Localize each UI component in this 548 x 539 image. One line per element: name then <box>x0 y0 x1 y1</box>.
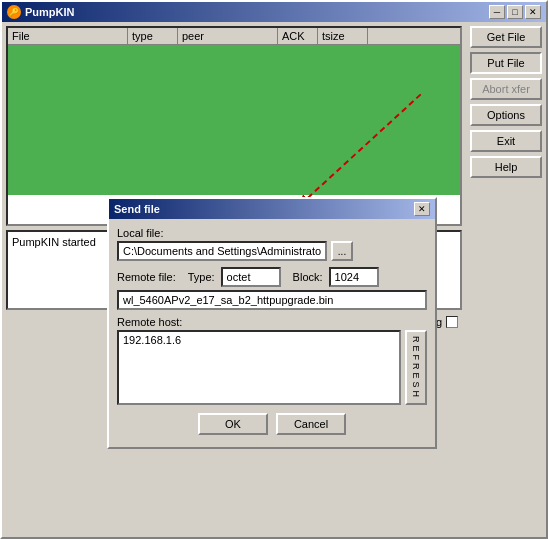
remote-file-label: Remote file: <box>117 271 176 283</box>
col-peer-header: peer <box>178 28 278 44</box>
options-button[interactable]: Options <box>470 104 542 126</box>
cancel-button[interactable]: Cancel <box>276 413 346 435</box>
remote-file-group: Remote file: Type: octet ascii netascii … <box>117 267 427 310</box>
minimize-button[interactable]: ─ <box>489 5 505 19</box>
local-file-row: ... <box>117 241 427 261</box>
title-bar: 🔑 PumpKIN ─ □ ✕ <box>2 2 546 22</box>
file-table-body <box>8 45 460 195</box>
local-file-input[interactable] <box>117 241 327 261</box>
type-select-wrapper: octet ascii netascii <box>221 267 281 287</box>
file-table: File type peer ACK tsize <box>6 26 462 226</box>
title-bar-left: 🔑 PumpKIN <box>7 5 75 19</box>
abort-xfer-button[interactable]: Abort xfer <box>470 78 542 100</box>
send-file-dialog: Send file ✕ Local file: ... Remote file:… <box>107 197 437 449</box>
remote-host-input[interactable]: 192.168.1.6 <box>117 330 401 405</box>
dialog-buttons: OK Cancel <box>117 413 427 439</box>
right-panel: Get File Put File Abort xfer Options Exi… <box>466 22 546 537</box>
host-input-area: 192.168.1.6 <box>117 330 401 405</box>
dialog-title-bar: Send file ✕ <box>109 199 435 219</box>
dialog-close-button[interactable]: ✕ <box>414 202 430 216</box>
col-file-header: File <box>8 28 128 44</box>
block-select[interactable]: 512 1024 2048 4096 <box>329 267 379 287</box>
remote-file-label-row: Remote file: Type: octet ascii netascii … <box>117 267 427 287</box>
col-type-header: type <box>128 28 178 44</box>
block-select-wrapper: 512 1024 2048 4096 <box>329 267 379 287</box>
status-message: PumpKIN started <box>12 236 96 248</box>
browse-button[interactable]: ... <box>331 241 353 261</box>
help-button[interactable]: Help <box>470 156 542 178</box>
put-file-button[interactable]: Put File <box>470 52 542 74</box>
app-title: PumpKIN <box>25 6 75 18</box>
get-file-button[interactable]: Get File <box>470 26 542 48</box>
ok-button[interactable]: OK <box>198 413 268 435</box>
file-table-header: File type peer ACK tsize <box>8 28 460 45</box>
type-label: Type: <box>188 271 215 283</box>
dialog-content: Local file: ... Remote file: Type: octet… <box>109 219 435 447</box>
refresh-button[interactable]: REFRESH <box>405 330 427 405</box>
svg-line-0 <box>303 94 421 202</box>
type-select[interactable]: octet ascii netascii <box>221 267 281 287</box>
block-label: Block: <box>293 271 323 283</box>
local-file-label: Local file: <box>117 227 427 239</box>
maximize-button[interactable]: □ <box>507 5 523 19</box>
remote-host-label: Remote host: <box>117 316 427 328</box>
exit-button[interactable]: Exit <box>470 130 542 152</box>
refresh-label: REFRESH <box>411 336 421 400</box>
app-icon: 🔑 <box>7 5 21 19</box>
server-running-checkbox[interactable] <box>446 316 458 328</box>
dialog-title-text: Send file <box>114 203 160 215</box>
main-window: 🔑 PumpKIN ─ □ ✕ File type peer ACK tsize <box>0 0 548 539</box>
col-ack-header: ACK <box>278 28 318 44</box>
close-button[interactable]: ✕ <box>525 5 541 19</box>
remote-file-input[interactable] <box>117 290 427 310</box>
remote-host-group: Remote host: 192.168.1.6 REFRESH <box>117 316 427 405</box>
col-tsize-header: tsize <box>318 28 368 44</box>
refresh-section: 192.168.1.6 REFRESH <box>117 330 427 405</box>
local-file-group: Local file: ... <box>117 227 427 261</box>
title-buttons: ─ □ ✕ <box>489 5 541 19</box>
